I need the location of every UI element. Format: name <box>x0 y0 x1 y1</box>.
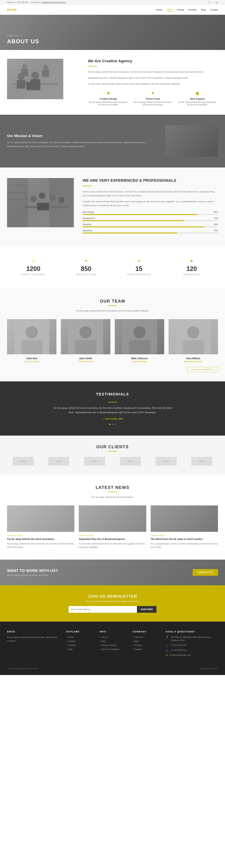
footer-info-link-3[interactable]: Privacy & Policy <box>101 644 116 647</box>
stat-label-2: Projects Done <box>63 273 109 276</box>
footer-brand-desc: Far far away, behind the word mountains,… <box>7 636 59 643</box>
footer-info-col: INFO Join us Blog Privacy & Policy Terms… <box>99 630 126 658</box>
value-title-1: Creative Design <box>88 97 129 100</box>
svg-rect-7 <box>21 69 28 76</box>
skill-pct-1: 85% <box>214 211 218 213</box>
about-text: We Are Creative Agency Far far away, beh… <box>88 59 218 106</box>
footer-info-item-1: Join us <box>99 636 126 639</box>
blog-date-3: October 5, 2023 <box>151 534 218 536</box>
instagram-link[interactable]: i <box>214 1 214 3</box>
twitter-link[interactable]: t <box>211 1 212 3</box>
footer-grid: EROO Far far away, behind the word mount… <box>7 630 218 658</box>
team-name-2: Jane Smith <box>61 357 110 360</box>
footer-copyright: Copyright ©2023 All rights reserved <box>7 668 37 670</box>
breadcrumb-home[interactable]: Home <box>7 34 13 37</box>
client-logo-3: Client 3 <box>84 457 105 466</box>
about-value-1: ★ Creative Design Far far away, behind t… <box>88 90 129 106</box>
skills-container: Web Design 85% Development 75% Brandin <box>83 211 218 234</box>
footer-explore-item-2: Contact <box>66 640 93 643</box>
footer-company-link-3[interactable]: Contact <box>134 644 142 647</box>
blog-card-2: October 8, 2023 Separated they live in B… <box>79 505 146 549</box>
about-divider <box>88 66 97 66</box>
footer-company-link-1[interactable]: About Us <box>134 636 143 639</box>
team-role-3: Lead Developer <box>115 360 164 363</box>
footer-explore-item-3: Portfolio <box>66 644 93 647</box>
footer-company-item-1: About Us <box>132 636 159 639</box>
footer-email[interactable]: info@yourdomain.com <box>170 654 191 657</box>
stat-icon-2: ✦ <box>63 258 109 264</box>
newsletter-email-input[interactable] <box>69 606 137 613</box>
footer-info-title: INFO <box>99 630 126 633</box>
team-avatar-4 <box>168 319 218 354</box>
dot-2[interactable] <box>112 424 113 425</box>
about-section: We Are Creative Agency Far far away, beh… <box>0 50 225 115</box>
blog-post-title-1: Far far away behind the word mountains <box>7 537 74 541</box>
footer-explore-col: EXPLORE About Contact Portfolio Blog <box>66 630 93 658</box>
blog-card-3: October 5, 2023 The blind texts live far… <box>151 505 218 549</box>
footer-info-link-1[interactable]: Join us <box>101 636 108 639</box>
facebook-link[interactable]: f <box>208 1 209 3</box>
stat-1: ☺ 1200 Happy Customers <box>7 255 60 279</box>
email-link[interactable]: email@example@gmail.com <box>41 1 66 3</box>
svg-rect-28 <box>21 340 42 354</box>
nav-about[interactable]: About <box>167 8 172 11</box>
top-bar-contact: Phone no: +48 1234 561 or email us: emai… <box>7 1 66 3</box>
svg-rect-34 <box>129 340 150 354</box>
stat-label-1: Happy Customers <box>10 273 56 276</box>
client-logo-2: Client 2 <box>49 457 69 466</box>
about-images <box>7 59 81 99</box>
view-all-members-button[interactable]: VIEW ALL MEMBERS » <box>187 367 218 372</box>
footer-explore-link-4[interactable]: Blog <box>68 648 72 651</box>
stat-4: ★ 120 Awards Won <box>165 255 218 279</box>
clients-title: OUR CLIENTS <box>7 444 218 449</box>
dot-3[interactable] <box>115 424 116 425</box>
footer-explore-link-2[interactable]: Contact <box>68 640 75 643</box>
footer-info-link-4[interactable]: Terms & Conditions <box>101 648 120 651</box>
nav-blog[interactable]: Blog <box>201 8 206 11</box>
nav-home[interactable]: Home <box>156 8 162 11</box>
blog-excerpt-3: It is a paradisematic country, in which … <box>151 542 218 549</box>
stat-icon-1: ☺ <box>10 258 56 264</box>
breadcrumb: Home › About us <box>7 34 218 37</box>
footer-company-link-4[interactable]: Careers <box>134 648 142 651</box>
google-link[interactable]: g+ <box>216 1 218 3</box>
blog-section: LATEST NEWS Far far away, behind the wor… <box>0 474 225 560</box>
skill-label-4: Marketing <box>83 229 92 232</box>
svg-rect-25 <box>37 203 49 209</box>
contact-us-button[interactable]: CONTACT US <box>193 569 218 576</box>
footer-phone1: +1 232 3975 210 <box>170 644 186 647</box>
team-avatar-2 <box>61 319 110 354</box>
value-icon-1: ★ <box>88 90 129 96</box>
newsletter-section: JOIN US NEWSLETTER Sign up to our Newsle… <box>0 585 225 622</box>
view-all-container: VIEW ALL MEMBERS » <box>7 368 218 371</box>
stat-label-4: Awards Won <box>169 273 215 276</box>
value-title-2: Perfect Code <box>132 97 173 100</box>
top-bar: Phone no: +48 1234 561 or email us: emai… <box>0 0 225 5</box>
footer-explore-link-1[interactable]: About <box>68 636 74 639</box>
footer-phone2: +1 232 3975 210 <box>170 649 186 652</box>
team-subtitle: Far far away, behind the word mountains,… <box>7 309 218 312</box>
stats-row: ☺ 1200 Happy Customers ✦ 850 Projects Do… <box>0 246 225 288</box>
footer-phone2-item: 📞 +1 232 3975 210 <box>166 649 218 652</box>
testimonial-item: Far far away, behind the word mountains,… <box>51 406 174 420</box>
footer-explore-link-3[interactable]: Portfolio <box>68 644 76 647</box>
dot-1[interactable] <box>109 424 110 425</box>
footer-info-link-2[interactable]: Blog <box>101 640 105 643</box>
email-icon: ✉ <box>166 654 168 657</box>
team-card-3: Mike Johnson Lead Developer <box>115 319 164 363</box>
blog-title: LATEST NEWS <box>7 485 218 490</box>
logo[interactable]: eroo <box>7 7 17 12</box>
skill-bar-4 <box>83 232 178 234</box>
gray-para: Far far away, behind the word mountains,… <box>7 141 158 148</box>
newsletter-subscribe-button[interactable]: Subscribe <box>137 606 156 613</box>
footer-info-item-2: Blog <box>99 640 126 643</box>
nav-portfolio[interactable]: Portfolio <box>188 8 197 11</box>
nav-contact[interactable]: Contact <box>210 8 218 11</box>
blog-img-3 <box>151 505 218 532</box>
value-icon-2: ✦ <box>132 90 173 96</box>
footer-company-link-2[interactable]: Blog <box>134 640 139 643</box>
svg-rect-9 <box>42 70 49 77</box>
testimonial-dots <box>7 424 218 425</box>
skill-4: Marketing 70% <box>83 229 218 234</box>
nav-pricing[interactable]: Pricing <box>177 8 184 11</box>
